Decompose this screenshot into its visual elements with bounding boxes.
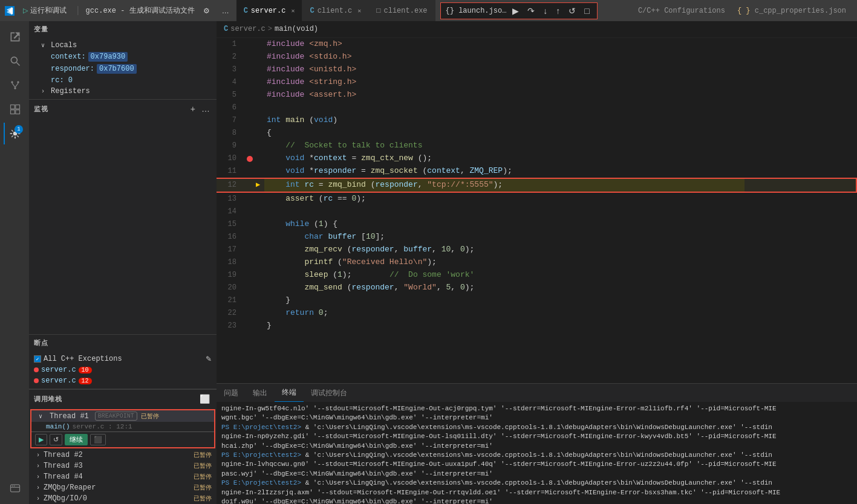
tab-client-c[interactable]: C client.c ✕	[302, 0, 369, 21]
code-line-14: 14	[217, 205, 857, 218]
activity-debug[interactable]: 1	[4, 123, 25, 144]
all-cpp-exceptions[interactable]: All C++ Exceptions ✎	[29, 354, 217, 364]
code-line-13: 13 assert (rc == 0);	[217, 193, 857, 205]
code-line-21: 21 }	[217, 294, 857, 307]
code-line-15: 15 while (1) {	[217, 218, 857, 231]
breakpoint-indicator	[247, 156, 253, 162]
tab-output[interactable]: 输出	[246, 384, 275, 402]
tab-debug-console[interactable]: 调试控制台	[304, 384, 354, 402]
debug-toolbar: {} launch.jso… ▶ ↷ ↓ ↑ ↺ □	[440, 2, 598, 19]
watch-more-btn[interactable]: …	[200, 103, 212, 114]
code-line-10: 10 void *context = zmq_ctx_new ();	[217, 152, 857, 165]
code-line-7: 7 int main (void)	[217, 114, 857, 127]
tab-label: client.exe	[384, 7, 428, 15]
thread-3[interactable]: › Thread #3 已暂停	[29, 460, 217, 471]
var-responder[interactable]: responder: 0x7b7600	[29, 63, 217, 75]
thread-stop-btn[interactable]: ⬛	[90, 434, 106, 445]
activity-explorer[interactable]	[4, 26, 25, 48]
edit-breakpoint-btn[interactable]: ✎	[206, 355, 212, 363]
run-debug-button[interactable]: ▷ 运行和调试	[19, 4, 70, 17]
stack-frame-main[interactable]: main() server.c : 12:1	[31, 422, 214, 431]
breakpoints-content: All C++ Exceptions ✎ server.c 10 server.…	[29, 351, 217, 389]
variables-header[interactable]: 变量	[29, 21, 217, 37]
bp-file-label: server.c	[41, 366, 76, 374]
activity-git[interactable]	[4, 74, 25, 96]
tab-client-exe[interactable]: □ client.exe	[369, 0, 435, 21]
thread-2-status: 已暂停	[194, 451, 212, 459]
variables-title: 变量	[34, 25, 48, 34]
thread-zmqbg-io0-label: ZMQbg/IO/0	[44, 494, 87, 503]
thread-1[interactable]: ∨ Thread #1 BREAKPOINT 已暂停	[31, 410, 214, 422]
tab-cpp-properties[interactable]: { } c_cpp_properties.json	[731, 4, 852, 18]
tab-cpp-configurations[interactable]: C/C++ Configurations	[632, 4, 731, 18]
sidebar: 变量 ∨ Locals context: 0x79a930 responder:…	[29, 21, 217, 504]
breakpoints-header[interactable]: 断点	[29, 335, 217, 351]
breakpoint-server-10[interactable]: server.c 10	[29, 364, 217, 375]
terminal-line: PS E:\project\test2> & 'c:\Users\LingQin…	[221, 479, 852, 488]
breakpoint-server-12[interactable]: server.c 12	[29, 375, 217, 386]
watch-section: 监视 + …	[29, 100, 217, 335]
tab-problems[interactable]: 问题	[217, 384, 246, 402]
editor-panel: C server.c > main(void) 1 #include <zmq.…	[217, 21, 857, 504]
thread-2-label: Thread #2	[44, 451, 83, 459]
bottom-panel: 问题 输出 终端 调试控制台 ngine-In-gw5tf04c.nlo' '-…	[217, 383, 857, 504]
debug-step-out-btn[interactable]: ↑	[553, 5, 562, 17]
bp-file-label: server.c	[41, 376, 76, 385]
code-line-5: 5 #include <assert.h>	[217, 89, 857, 102]
var-rc[interactable]: rc: 0	[29, 75, 217, 86]
code-line-11: 11 void *responder = zmq_socket (context…	[217, 165, 857, 178]
svg-line-6	[15, 83, 18, 88]
thread-1-badge: BREAKPOINT	[95, 412, 137, 421]
var-context[interactable]: context: 0x79a930	[29, 51, 217, 63]
debug-stop-btn[interactable]: □	[582, 5, 591, 17]
checkbox-all-cpp[interactable]	[34, 355, 41, 363]
activity-remote[interactable]	[4, 477, 25, 499]
debug-step-into-btn[interactable]: ↓	[541, 5, 550, 17]
tab-server-c[interactable]: C server.c ✕	[236, 0, 303, 21]
callstack-header[interactable]: 调用堆栈 ⬜	[29, 390, 217, 408]
tab-close-icon[interactable]: ✕	[357, 7, 361, 15]
json-file-icon: { }	[737, 7, 751, 15]
variables-section: 变量 ∨ Locals context: 0x79a930 responder:…	[29, 21, 217, 100]
watch-header[interactable]: 监视 + …	[29, 100, 217, 118]
callstack-collapse-btn[interactable]: ⬜	[198, 393, 212, 404]
svg-line-5	[12, 83, 15, 88]
tab-close-icon[interactable]: ✕	[291, 7, 295, 15]
tab-terminal[interactable]: 终端	[275, 384, 304, 402]
settings-button[interactable]: ⚙	[200, 5, 213, 16]
thread-continue-btn[interactable]: 继续	[65, 434, 88, 445]
svg-point-4	[14, 87, 16, 89]
thread-4[interactable]: › Thread #4 已暂停	[29, 471, 217, 482]
frame-fn: main()	[46, 423, 70, 430]
terminal-line: hcai.zhp' '--dbgExe=C:\MinGW\mingw64\bin…	[221, 442, 852, 451]
more-button[interactable]: …	[218, 5, 233, 16]
registers-label: Registers	[51, 87, 90, 95]
locals-group[interactable]: ∨ Locals	[29, 40, 217, 51]
debug-restart-btn[interactable]: ↺	[566, 5, 578, 17]
code-line-6: 6	[217, 102, 857, 114]
title-bar: ▷ 运行和调试 | gcc.exe - 生成和调试活动文件 ⚙ … C serv…	[0, 0, 857, 21]
thread-2[interactable]: › Thread #2 已暂停	[29, 450, 217, 460]
thread-zmqbg-reaper-label: ZMQbg/Reaper	[44, 483, 96, 492]
breadcrumb: C server.c > main(void)	[217, 21, 857, 38]
right-tabs-area: C/C++ Configurations { } c_cpp_propertie…	[632, 4, 852, 18]
breadcrumb-file: server.c	[230, 24, 266, 35]
watch-add-btn[interactable]: +	[189, 103, 197, 114]
svg-rect-10	[16, 110, 20, 114]
terminal-line: PS E:\project\test2> & 'c:\Users\LingQin…	[221, 451, 852, 460]
terminal-line: do1f.w0u' '--dbgExe=C:\MinGW\mingw64\bin…	[221, 497, 852, 504]
thread-continue-play-btn[interactable]: ▶	[35, 434, 47, 445]
terminal-line: PS E:\project\test2> & 'c:\Users\LingQin…	[221, 423, 852, 432]
debug-continue-btn[interactable]: ▶	[510, 5, 521, 17]
all-cpp-label: All C++ Exceptions	[44, 355, 122, 363]
thread-1-label: Thread #1	[50, 412, 89, 421]
debug-step-over-btn[interactable]: ↷	[525, 5, 537, 17]
registers-group[interactable]: › Registers	[29, 86, 217, 97]
gcc-label: gcc.exe - 生成和调试活动文件	[86, 5, 195, 16]
thread-zmqbg-reaper[interactable]: › ZMQbg/Reaper 已暂停	[29, 482, 217, 493]
activity-extensions[interactable]	[4, 99, 25, 120]
activity-search[interactable]	[4, 50, 25, 72]
thread-zmqbg-io0[interactable]: › ZMQbg/IO/0 已暂停	[29, 493, 217, 504]
locals-label: Locals	[51, 41, 77, 50]
thread-step-btn[interactable]: ↺	[50, 434, 62, 445]
